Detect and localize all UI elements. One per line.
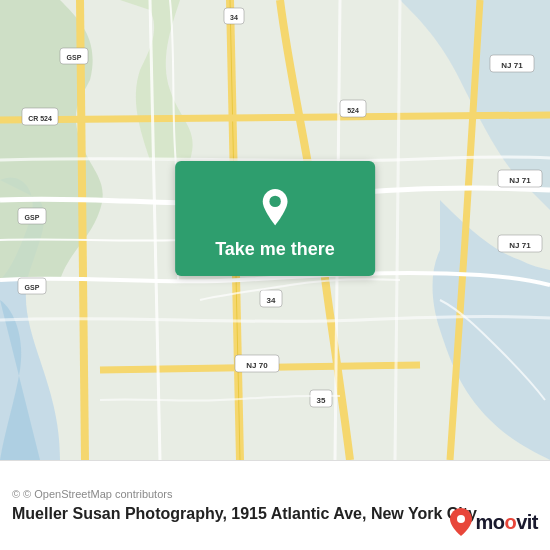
- copyright-label: © OpenStreetMap contributors: [23, 488, 172, 500]
- svg-text:35: 35: [317, 396, 326, 405]
- svg-text:GSP: GSP: [67, 54, 82, 61]
- svg-text:GSP: GSP: [25, 214, 40, 221]
- bottom-bar: © © OpenStreetMap contributors Mueller S…: [0, 460, 550, 550]
- svg-point-27: [269, 196, 280, 207]
- svg-text:524: 524: [347, 107, 359, 114]
- svg-text:GSP: GSP: [25, 284, 40, 291]
- svg-text:NJ 71: NJ 71: [501, 61, 523, 70]
- moovit-logo: moovit: [450, 508, 538, 536]
- take-me-there-button[interactable]: Take me there: [175, 161, 375, 276]
- moovit-pin-icon: [450, 508, 472, 536]
- copyright-text: © © OpenStreetMap contributors: [12, 488, 538, 500]
- location-pin-icon: [259, 189, 291, 229]
- svg-text:NJ 71: NJ 71: [509, 241, 531, 250]
- svg-text:NJ 70: NJ 70: [246, 361, 268, 370]
- svg-text:34: 34: [230, 14, 238, 21]
- map-container: 34 34 35 35 524 CR 524 GSP GSP GSP NJ 71…: [0, 0, 550, 460]
- svg-text:34: 34: [267, 296, 276, 305]
- svg-text:NJ 71: NJ 71: [509, 176, 531, 185]
- svg-text:CR 524: CR 524: [28, 115, 52, 122]
- copyright-symbol: ©: [12, 488, 20, 500]
- moovit-text-label: moovit: [475, 511, 538, 534]
- take-me-there-label: Take me there: [215, 239, 335, 260]
- svg-point-28: [457, 515, 465, 523]
